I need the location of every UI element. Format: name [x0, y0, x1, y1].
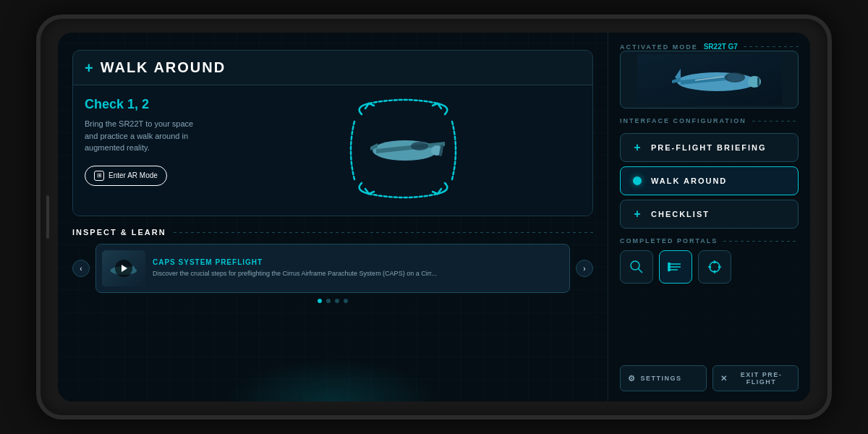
completed-portals-section: COMPLETED PORTALS: [620, 237, 799, 284]
main-card-body: Check 1, 2 Bring the SR22T to your space…: [73, 85, 592, 216]
walk-around-title: WALK AROUND: [101, 59, 226, 76]
check-desc: Bring the SR22T to your space and practi…: [85, 118, 206, 154]
video-thumbnail: [102, 250, 145, 286]
section-divider-3: [723, 241, 799, 242]
portal-move[interactable]: [698, 250, 731, 284]
inspect-header: INSPECT & LEARN: [72, 228, 593, 237]
right-panel: ACTIVATED MODE SR22T G7: [608, 33, 810, 401]
portals-icons-container: [620, 250, 799, 284]
svg-point-25: [668, 269, 671, 271]
svg-point-24: [668, 266, 671, 268]
menu-item-plus-icon-2: +: [631, 208, 644, 221]
plus-icon-1: +: [634, 141, 640, 154]
carousel-next-button[interactable]: ›: [576, 260, 593, 277]
left-panel: + WALK AROUND Check 1, 2 Bring the SR22T…: [58, 33, 608, 401]
svg-point-16: [727, 74, 743, 81]
svg-point-5: [411, 142, 428, 150]
inspect-divider: [174, 232, 593, 233]
interface-config-label: INTERFACE CONFIGURATION: [620, 117, 746, 124]
main-card-header: + WALK AROUND: [73, 51, 592, 85]
walk-around-plus-icon: +: [85, 61, 93, 75]
menu-item-label-2: WALK AROUND: [651, 176, 727, 185]
main-card: + WALK AROUND Check 1, 2 Bring the SR22T…: [72, 50, 593, 216]
plane-preview: [620, 51, 799, 109]
interface-config-section: INTERFACE CONFIGURATION: [620, 117, 799, 124]
inspect-section: INSPECT & LEARN ‹: [72, 228, 593, 384]
ar-button-icon: ⊞: [94, 171, 104, 181]
carousel-text: CAPS SYSTEM PREFLIGHT Discover the cruci…: [153, 258, 563, 278]
search-icon: [629, 259, 644, 275]
svg-point-26: [710, 262, 720, 272]
settings-icon: ⚙: [628, 374, 637, 383]
dot-2: [326, 299, 331, 303]
portal-search[interactable]: [620, 250, 653, 284]
dot-3: [335, 299, 339, 303]
menu-item-walk-around[interactable]: WALK AROUND: [620, 166, 799, 195]
dot-4: [344, 299, 348, 303]
svg-line-19: [639, 269, 643, 273]
activated-mode-header: ACTIVATED MODE SR22T G7: [620, 43, 799, 51]
section-divider-2: [752, 121, 799, 122]
main-card-text: Check 1, 2 Bring the SR22T to your space…: [73, 85, 218, 216]
mode-value: SR22T G7: [704, 43, 738, 51]
play-button[interactable]: [115, 260, 132, 277]
carousel-item-desc: Discover the crucial steps for preflight…: [153, 269, 563, 278]
completed-portals-header: COMPLETED PORTALS: [620, 237, 799, 244]
plane-preview-svg: [630, 54, 789, 105]
dot-1: [318, 299, 322, 303]
portal-list[interactable]: [659, 250, 692, 284]
section-divider-1: [744, 46, 799, 47]
carousel-item-title: CAPS SYSTEM PREFLIGHT: [153, 258, 563, 266]
carousel-item[interactable]: CAPS SYSTEM PREFLIGHT Discover the cruci…: [95, 244, 570, 293]
completed-portals-label: COMPLETED PORTALS: [620, 237, 718, 244]
activated-mode-section: ACTIVATED MODE SR22T G7: [620, 43, 799, 109]
ar-mode-button[interactable]: ⊞ Enter AR Mode: [85, 166, 167, 186]
carousel-dots: [72, 299, 593, 303]
svg-point-23: [668, 263, 671, 265]
menu-items-container: + PRE-FLIGHT BRIEFING WALK AROUND + CHEC…: [620, 133, 799, 229]
menu-item-label-1: PRE-FLIGHT BRIEFING: [651, 143, 767, 152]
menu-item-plus-icon-1: +: [631, 141, 644, 154]
settings-label: SETTINGS: [641, 375, 682, 382]
carousel-prev-button[interactable]: ‹: [72, 260, 90, 277]
check-title: Check 1, 2: [85, 97, 206, 112]
menu-item-label-3: CHECKLIST: [651, 210, 710, 218]
screen: + WALK AROUND Check 1, 2 Bring the SR22T…: [58, 33, 810, 401]
bottom-bar: ⚙ SETTINGS ✕ EXIT PRE-FLIGHT: [620, 365, 799, 391]
menu-item-preflight-briefing[interactable]: + PRE-FLIGHT BRIEFING: [620, 133, 799, 162]
settings-button[interactable]: ⚙ SETTINGS: [620, 365, 707, 391]
plus-icon-2: +: [634, 208, 640, 221]
svg-rect-14: [757, 77, 760, 86]
plane-visual: [218, 85, 592, 216]
menu-item-checklist[interactable]: + CHECKLIST: [620, 200, 799, 229]
exit-icon: ✕: [720, 374, 728, 383]
interface-config-header: INTERFACE CONFIGURATION: [620, 117, 799, 124]
list-icon: [668, 259, 684, 275]
move-icon: [707, 259, 723, 275]
exit-preflight-button[interactable]: ✕ EXIT PRE-FLIGHT: [712, 365, 799, 391]
tablet-frame: + WALK AROUND Check 1, 2 Bring the SR22T…: [36, 14, 832, 420]
play-triangle-icon: [122, 265, 127, 272]
exit-label: EXIT PRE-FLIGHT: [732, 371, 791, 386]
plane-preview-inner: [621, 51, 798, 108]
svg-point-18: [631, 261, 639, 270]
activated-mode-label: ACTIVATED MODE: [620, 43, 698, 51]
ar-button-label: Enter AR Mode: [109, 171, 158, 179]
carousel-container: ‹: [72, 244, 593, 293]
active-dot-icon: [633, 176, 642, 185]
inspect-title: INSPECT & LEARN: [72, 228, 166, 237]
menu-item-dot-icon: [631, 174, 644, 187]
plane-ar-visual: [333, 93, 477, 208]
